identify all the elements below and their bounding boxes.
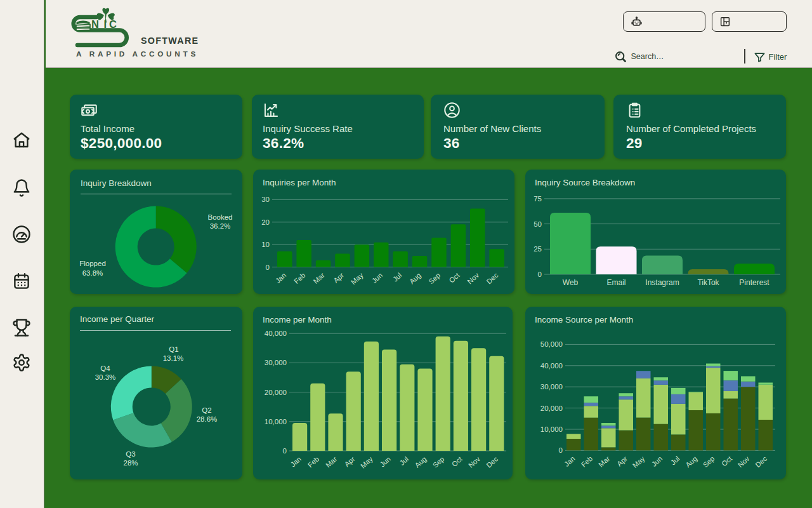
svg-text:Aug: Aug xyxy=(414,455,428,469)
svg-text:May: May xyxy=(359,455,374,469)
svg-text:Jan: Jan xyxy=(274,271,287,284)
svg-text:Mar: Mar xyxy=(311,271,326,285)
svg-text:Oct: Oct xyxy=(720,454,734,467)
svg-text:0: 0 xyxy=(559,446,563,454)
svg-text:40,000: 40,000 xyxy=(265,330,287,337)
svg-text:Jul: Jul xyxy=(669,455,681,466)
svg-text:0: 0 xyxy=(266,264,270,271)
svg-text:13.1%: 13.1% xyxy=(163,354,184,362)
svg-text:Mar: Mar xyxy=(324,455,339,469)
svg-text:Q2: Q2 xyxy=(202,406,211,414)
svg-text:Instagram: Instagram xyxy=(645,278,679,287)
svg-text:Web: Web xyxy=(563,278,579,287)
svg-text:20,000: 20,000 xyxy=(265,389,287,396)
svg-text:28.6%: 28.6% xyxy=(197,415,218,423)
svg-text:28%: 28% xyxy=(123,459,138,467)
svg-text:30.3%: 30.3% xyxy=(95,373,116,381)
svg-text:40,000: 40,000 xyxy=(540,362,563,370)
svg-text:Sep: Sep xyxy=(431,455,446,469)
svg-text:36.2%: 36.2% xyxy=(210,222,231,230)
svg-text:Nov: Nov xyxy=(466,271,480,286)
svg-text:63.8%: 63.8% xyxy=(82,269,103,277)
svg-text:May: May xyxy=(631,455,646,469)
svg-text:SOFTWARE: SOFTWARE xyxy=(141,36,199,46)
svg-text:10,000: 10,000 xyxy=(540,425,563,433)
svg-text:A RAPID ACCOUNTS: A RAPID ACCOUNTS xyxy=(76,50,199,58)
svg-text:Apr: Apr xyxy=(343,455,357,468)
svg-text:Aug: Aug xyxy=(684,455,698,469)
svg-text:Jun: Jun xyxy=(370,271,384,284)
svg-text:75: 75 xyxy=(534,195,542,203)
svg-text:TikTok: TikTok xyxy=(697,278,719,287)
svg-text:Dec: Dec xyxy=(485,455,499,469)
svg-text:May: May xyxy=(350,271,365,286)
svg-text:30,000: 30,000 xyxy=(540,383,563,391)
svg-text:20,000: 20,000 xyxy=(540,404,563,412)
svg-text:Oct: Oct xyxy=(448,271,462,284)
svg-text:Jun: Jun xyxy=(378,455,391,469)
svg-text:10: 10 xyxy=(261,241,270,248)
svg-text:50,000: 50,000 xyxy=(540,340,563,348)
svg-text:30,000: 30,000 xyxy=(265,359,287,366)
svg-text:Dec: Dec xyxy=(485,271,500,286)
svg-text:Pinterest: Pinterest xyxy=(739,278,769,287)
svg-text:Feb: Feb xyxy=(292,271,306,285)
svg-text:Flopped: Flopped xyxy=(79,260,106,267)
svg-text:Q1: Q1 xyxy=(169,345,178,353)
svg-text:Dec: Dec xyxy=(754,455,768,469)
svg-text:Jul: Jul xyxy=(391,271,403,283)
svg-text:Booked: Booked xyxy=(207,213,232,221)
svg-text:Apr: Apr xyxy=(615,455,629,468)
svg-text:25: 25 xyxy=(534,245,542,253)
svg-text:Mar: Mar xyxy=(597,455,612,469)
svg-text:0: 0 xyxy=(538,271,542,278)
svg-text:Email: Email xyxy=(606,278,625,287)
svg-text:30: 30 xyxy=(261,196,270,203)
svg-text:I: I xyxy=(104,18,107,30)
svg-text:Feb: Feb xyxy=(306,455,320,469)
svg-text:Sep: Sep xyxy=(702,455,716,469)
svg-text:Jan: Jan xyxy=(563,455,576,468)
svg-text:Oct: Oct xyxy=(450,455,464,468)
svg-text:C: C xyxy=(109,18,117,30)
svg-text:Feb: Feb xyxy=(580,455,594,469)
svg-text:Nov: Nov xyxy=(737,455,751,469)
svg-text:Q3: Q3 xyxy=(126,450,135,458)
svg-text:Apr: Apr xyxy=(332,271,345,284)
svg-text:Aug: Aug xyxy=(408,271,422,285)
svg-text:20: 20 xyxy=(261,218,270,226)
svg-text:N: N xyxy=(91,18,99,30)
svg-text:10,000: 10,000 xyxy=(265,418,287,425)
svg-text:Q4: Q4 xyxy=(100,364,110,372)
svg-text:50: 50 xyxy=(534,220,542,228)
svg-text:0: 0 xyxy=(283,447,287,455)
svg-text:Nov: Nov xyxy=(467,455,481,469)
svg-text:Jan: Jan xyxy=(289,455,302,469)
svg-text:Sep: Sep xyxy=(427,271,442,285)
svg-text:Jun: Jun xyxy=(650,455,664,468)
svg-text:Jul: Jul xyxy=(398,455,410,467)
